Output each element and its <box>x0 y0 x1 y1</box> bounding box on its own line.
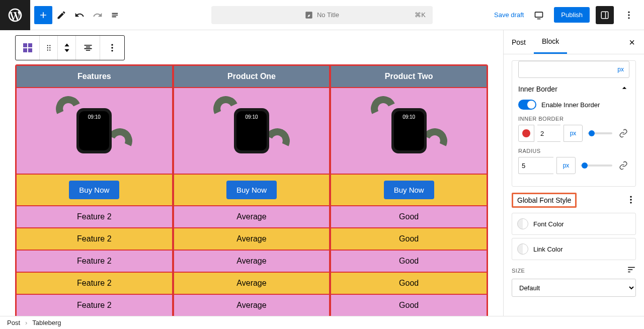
svg-point-2 <box>628 11 629 13</box>
table-button-cell[interactable]: Buy Now <box>16 174 173 206</box>
align-button[interactable] <box>76 36 100 60</box>
table-cell[interactable]: Feature 2 <box>16 294 173 316</box>
radius-slider[interactable] <box>581 164 612 167</box>
table-button-cell[interactable]: Buy Now <box>174 174 330 206</box>
link-sides-icon[interactable] <box>617 127 629 139</box>
product-image <box>374 98 444 163</box>
color-swatch-icon <box>517 218 528 229</box>
publish-button[interactable]: Publish <box>554 7 590 23</box>
table-cell[interactable]: Good <box>331 294 487 316</box>
table-image-cell[interactable] <box>331 88 487 174</box>
table-cell[interactable]: Average <box>174 272 330 294</box>
size-label: SIZE <box>512 268 525 274</box>
inner-border-label: INNER BORDER <box>518 116 629 122</box>
table-cell[interactable]: Average <box>174 250 330 272</box>
table-header[interactable]: Product One <box>174 65 330 88</box>
border-width-slider[interactable] <box>588 132 612 134</box>
svg-point-11 <box>47 47 48 48</box>
breadcrumb: Post › Tableberg <box>0 316 644 329</box>
chevron-up-icon[interactable] <box>619 83 629 95</box>
svg-rect-1 <box>601 12 608 19</box>
buy-now-button[interactable]: Buy Now <box>384 181 434 199</box>
radius-input[interactable] <box>518 157 553 174</box>
panel-more-icon[interactable] <box>626 195 636 206</box>
undo-button[interactable] <box>70 6 89 24</box>
table-header[interactable]: Features <box>16 65 173 88</box>
tab-block[interactable]: Block <box>534 30 567 54</box>
table-cell[interactable]: Good <box>331 206 487 228</box>
buy-now-button[interactable]: Buy Now <box>226 181 277 199</box>
border-color-swatch[interactable] <box>518 125 534 142</box>
block-toolbar <box>15 35 125 60</box>
unit-label: px <box>612 66 629 73</box>
inner-border-heading: Inner Border <box>518 85 557 93</box>
svg-point-18 <box>630 196 631 197</box>
color-swatch-icon <box>517 243 528 255</box>
svg-point-4 <box>628 17 629 19</box>
document-overview-button[interactable] <box>107 6 125 24</box>
table-image-cell[interactable] <box>174 88 330 174</box>
table-cell[interactable]: Feature 2 <box>16 206 173 228</box>
drag-handle[interactable] <box>40 36 58 60</box>
table-cell[interactable]: Feature 2 <box>16 250 173 272</box>
table-button-cell[interactable]: Buy Now <box>331 174 487 206</box>
breadcrumb-block[interactable]: Tableberg <box>32 319 61 326</box>
svg-point-20 <box>630 202 631 203</box>
buy-now-button[interactable]: Buy Now <box>69 181 119 199</box>
svg-point-12 <box>49 47 50 48</box>
tab-post[interactable]: Post <box>504 30 534 54</box>
product-image <box>59 98 129 163</box>
svg-point-19 <box>630 199 631 200</box>
enable-inner-border-toggle[interactable] <box>518 100 536 110</box>
add-block-button[interactable] <box>34 6 52 24</box>
command-shortcut: ⌘K <box>415 11 426 19</box>
link-color-row[interactable]: Link Color <box>512 238 636 260</box>
edit-mode-button[interactable] <box>52 6 70 24</box>
wordpress-logo[interactable] <box>0 0 30 30</box>
table-cell[interactable]: Average <box>174 294 330 316</box>
svg-point-16 <box>111 47 113 48</box>
block-more-options[interactable] <box>100 36 124 60</box>
svg-point-14 <box>49 49 50 50</box>
global-font-style-heading: Global Font Style <box>512 193 577 208</box>
comparison-table[interactable]: Features Product One Product Two Buy Now… <box>15 64 488 316</box>
font-color-row[interactable]: Font Color <box>512 213 636 235</box>
table-cell[interactable]: Feature 2 <box>16 272 173 294</box>
radius-unit[interactable]: px <box>556 157 576 174</box>
more-options-button[interactable] <box>620 6 638 24</box>
svg-rect-8 <box>28 48 32 52</box>
svg-point-17 <box>111 50 113 51</box>
link-corners-icon[interactable] <box>617 159 629 172</box>
svg-rect-6 <box>28 43 32 47</box>
table-cell[interactable]: Good <box>331 228 487 250</box>
border-width-input[interactable] <box>537 125 560 142</box>
move-up-down[interactable] <box>58 36 76 60</box>
preview-button[interactable] <box>530 6 548 24</box>
table-cell[interactable]: Average <box>174 206 330 228</box>
table-header[interactable]: Product Two <box>331 65 487 88</box>
save-draft-button[interactable]: Save draft <box>494 11 524 19</box>
prev-control-peek[interactable]: px <box>518 61 629 78</box>
border-unit[interactable]: px <box>564 125 583 142</box>
svg-point-9 <box>47 45 48 46</box>
enable-inner-border-label: Enable Inner Border <box>541 101 600 109</box>
table-image-cell[interactable] <box>16 88 173 174</box>
svg-rect-7 <box>23 48 27 52</box>
close-sidebar-button[interactable]: × <box>624 34 640 50</box>
radius-label: RADIUS <box>518 148 629 154</box>
table-cell[interactable]: Good <box>331 250 487 272</box>
table-cell[interactable]: Feature 2 <box>16 228 173 250</box>
settings-sidebar-toggle[interactable] <box>596 6 614 24</box>
breadcrumb-post[interactable]: Post <box>7 319 20 326</box>
svg-point-3 <box>628 14 629 16</box>
size-settings-icon[interactable] <box>627 265 636 276</box>
block-type-icon[interactable] <box>16 36 40 60</box>
document-title-bar[interactable]: No Title ⌘K <box>211 6 433 24</box>
table-cell[interactable]: Average <box>174 228 330 250</box>
svg-point-10 <box>49 45 50 46</box>
product-image <box>216 98 287 163</box>
svg-rect-5 <box>23 43 27 47</box>
redo-button[interactable] <box>89 6 107 24</box>
font-size-select[interactable]: Default <box>512 279 636 297</box>
table-cell[interactable]: Good <box>331 272 487 294</box>
